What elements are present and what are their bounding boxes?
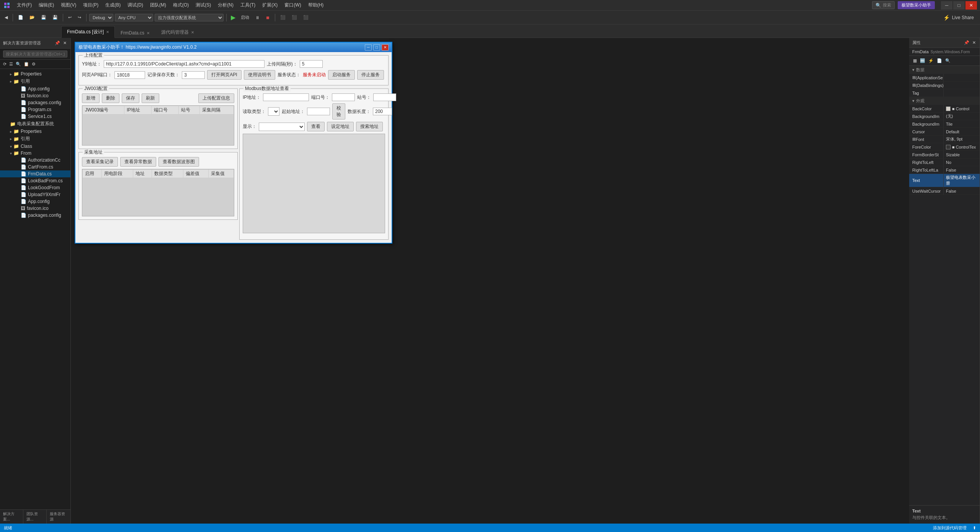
sidebar-toolbar-btn1[interactable]: ⟳	[2, 61, 7, 67]
properties-close-btn[interactable]: ✕	[972, 39, 977, 46]
modbus-data-len-input[interactable]	[373, 108, 392, 115]
prop-value-background-layout[interactable]: Tile	[944, 120, 980, 128]
tree-item-11[interactable]: ▾ 📁 From	[0, 150, 70, 157]
tree-item-6[interactable]: 📄 Service1.cs	[0, 113, 70, 120]
open-btn[interactable]: 📂	[27, 14, 37, 21]
view-collect-btn[interactable]: 查看采集记录	[82, 157, 118, 167]
more-toolbar-btn[interactable]: ⬛	[278, 14, 288, 21]
menu-item-f[interactable]: 文件(F)	[14, 1, 35, 10]
tree-item-19[interactable]: 🖼 favicon.ico	[0, 205, 70, 212]
tab-close-1[interactable]: ✕	[147, 31, 150, 35]
properties-pin-btn[interactable]: 📌	[963, 39, 970, 46]
tab-close-2[interactable]: ✕	[191, 30, 194, 34]
tree-item-10[interactable]: ▾ 📁 Class	[0, 143, 70, 150]
appearance-section-header[interactable]: ▾ 外观	[909, 97, 980, 105]
tree-item-7[interactable]: 📁 电表采集配置系统	[0, 120, 70, 128]
jw003-upload-config-btn[interactable]: 上传配置信息	[198, 93, 234, 103]
prop-value-righttoleftlayout[interactable]: False	[944, 166, 980, 174]
project-select[interactable]: 拉力强度仪配置系统	[155, 14, 224, 21]
start-btn[interactable]: ▶	[229, 13, 237, 22]
start-service-btn[interactable]: 启动服务	[328, 70, 355, 80]
cpu-select[interactable]: Any CPU	[115, 14, 153, 21]
tree-item-12[interactable]: 📄 AuthorizationCc	[0, 157, 70, 164]
sidebar-toolbar-btn3[interactable]: 🔍	[15, 61, 22, 67]
api-port-input[interactable]	[114, 71, 145, 79]
dialog-minimize-btn[interactable]: ─	[365, 44, 372, 51]
tree-item-20[interactable]: 📄 packages.config	[0, 212, 70, 219]
menu-item-t[interactable]: 工具(T)	[237, 1, 258, 10]
prop-value-formborderstyle[interactable]: Sizable	[944, 151, 980, 158]
tree-item-15[interactable]: 📄 LookBadFrom.cs	[0, 177, 70, 184]
sidebar-close-btn[interactable]: ✕	[62, 40, 67, 46]
tree-item-0[interactable]: ▸ 📁 Properties	[0, 70, 70, 77]
prop-value-cursor[interactable]: Default	[944, 128, 980, 135]
tree-item-2[interactable]: 📄 App.config	[0, 85, 70, 92]
save-btn[interactable]: 💾	[39, 14, 49, 21]
prop-pages-btn[interactable]: 📄	[936, 57, 943, 64]
modbus-set-addr-btn[interactable]: 设定地址	[327, 122, 354, 131]
prop-value-usewaitcursor[interactable]: False	[944, 187, 980, 195]
modbus-search-addr-btn[interactable]: 搜索地址	[356, 122, 383, 131]
tree-item-4[interactable]: 📄 packages.config	[0, 99, 70, 106]
prop-value-text[interactable]: 极望电表数采小册	[944, 174, 980, 187]
server-resources-tab[interactable]: 服务器资源	[47, 510, 70, 524]
tree-item-18[interactable]: 📄 App.config	[0, 198, 70, 205]
prop-value-backcolor[interactable]: ■ Control	[944, 105, 980, 112]
menu-item-v[interactable]: 视图(V)	[58, 1, 79, 10]
undo-btn[interactable]: ↩	[66, 14, 74, 21]
tab-0[interactable]: FrmData.cs [设计]✕	[61, 26, 115, 38]
tab-2[interactable]: 源代码管理器✕	[155, 26, 200, 38]
menu-item-n[interactable]: 分析(N)	[215, 1, 237, 10]
dialog-close-btn[interactable]: ✕	[382, 44, 389, 51]
menu-item-b[interactable]: 生成(B)	[102, 1, 124, 10]
tree-item-9[interactable]: ▸ 📁 引用	[0, 135, 70, 143]
start-label-btn[interactable]: 启动	[238, 13, 252, 21]
back-btn[interactable]: ◀	[2, 14, 10, 21]
y9-url-input[interactable]	[104, 60, 265, 68]
dialog-restore-btn[interactable]: □	[373, 44, 380, 51]
tab-close-0[interactable]: ✕	[106, 30, 109, 34]
modbus-station-input[interactable]	[373, 93, 396, 101]
prop-value-righttoleft[interactable]: No	[944, 159, 980, 166]
prop-value-tag[interactable]	[944, 89, 980, 97]
view-normal-btn[interactable]: 查看异常数据	[120, 157, 156, 167]
more2-toolbar-btn[interactable]: ⬛	[289, 14, 299, 21]
tree-item-5[interactable]: 📄 Program.cs	[0, 106, 70, 113]
jw003-save-btn[interactable]: 保存	[122, 93, 139, 103]
close-btn[interactable]: ✕	[965, 1, 977, 10]
jw003-delete-btn[interactable]: 删除	[102, 93, 119, 103]
redo-btn[interactable]: ↪	[75, 14, 83, 21]
tree-item-1[interactable]: ▸ 📁 引用	[0, 77, 70, 85]
tree-item-17[interactable]: 📄 UploadY9XmlFr	[0, 191, 70, 198]
tree-item-16[interactable]: 📄 LookGoodFrom	[0, 184, 70, 191]
tree-item-14[interactable]: 📄 FrmData.cs	[0, 170, 70, 177]
modbus-ip-input[interactable]	[263, 93, 309, 101]
usage-btn[interactable]: 使用说明书	[244, 70, 275, 80]
modbus-view-btn[interactable]: 查看	[307, 122, 325, 131]
more3-toolbar-btn[interactable]: ⬛	[301, 14, 311, 21]
solution-tab[interactable]: 解决方案...	[0, 510, 23, 524]
maximize-btn[interactable]: □	[953, 1, 965, 10]
view-wave-btn[interactable]: 查看数据波形图	[158, 157, 199, 167]
debug-mode-select[interactable]: Debug	[89, 14, 113, 21]
menu-item-x[interactable]: 扩展(X)	[259, 1, 281, 10]
jw003-refresh-btn[interactable]: 刷新	[142, 93, 159, 103]
modbus-display-select[interactable]	[259, 123, 305, 131]
open-api-btn[interactable]: 打开网页API	[207, 70, 241, 80]
new-project-btn[interactable]: 📄	[16, 14, 26, 21]
prop-value-data-bindings[interactable]	[944, 82, 980, 89]
prop-categorize-btn[interactable]: ▦	[912, 57, 918, 64]
sidebar-toolbar-btn5[interactable]: ⚙	[31, 61, 36, 67]
menu-item-m[interactable]: 团队(M)	[147, 1, 169, 10]
live-share-text[interactable]: Live Share	[952, 15, 974, 20]
prop-value-forecolor[interactable]: ■ ControlTex	[944, 143, 980, 151]
minimize-btn[interactable]: ─	[941, 1, 952, 10]
menu-item-w[interactable]: 窗口(W)	[281, 1, 304, 10]
prop-value-font[interactable]: 宋体, 9pt	[944, 136, 980, 143]
sidebar-toolbar-btn2[interactable]: ☰	[8, 61, 14, 67]
modbus-start-addr-input[interactable]	[307, 108, 330, 115]
menu-item-p[interactable]: 项目(P)	[80, 1, 101, 10]
menu-item-d[interactable]: 调试(D)	[124, 1, 146, 10]
stop-service-btn[interactable]: 停止服务	[357, 70, 384, 80]
interval-input[interactable]	[300, 60, 323, 68]
